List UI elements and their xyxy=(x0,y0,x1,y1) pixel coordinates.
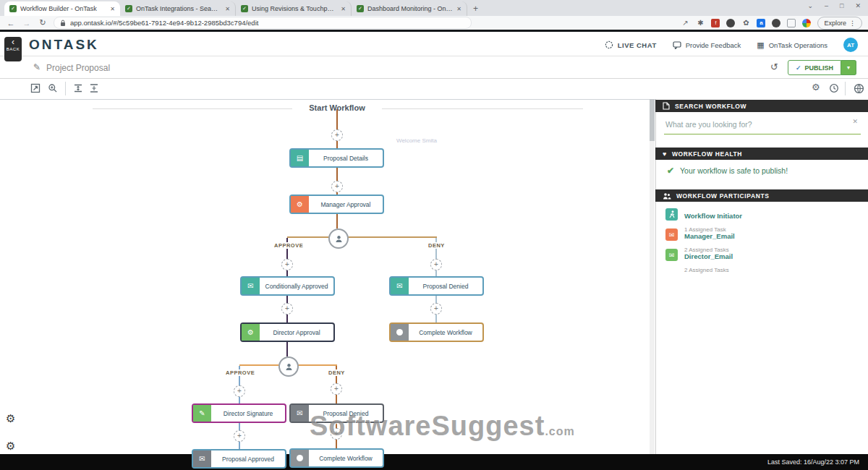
health-message: Your workflow is safe to publish! xyxy=(680,166,788,175)
extension-icon[interactable]: f xyxy=(711,19,720,27)
node-conditionally-approved[interactable]: ✉ Conditionally Approved xyxy=(240,276,335,296)
window-controls: ⌄ – □ ✕ xyxy=(807,2,861,9)
branch-label: APPROVE xyxy=(273,242,305,249)
toolbar-separator xyxy=(845,82,846,95)
gear-icon[interactable]: ⚙ xyxy=(6,440,15,453)
scrollbar-thumb[interactable] xyxy=(650,99,655,141)
browser-profile-button[interactable]: Explore ⋮ xyxy=(817,17,862,30)
toolbar-separator xyxy=(65,82,66,95)
gear-icon[interactable]: ⚙ xyxy=(6,412,15,425)
node-complete-workflow[interactable]: Complete Workflow xyxy=(389,322,484,342)
node-manager-approval[interactable]: ⚙ Manager Approval xyxy=(289,195,384,214)
tab-close-icon[interactable]: ✕ xyxy=(225,6,230,12)
back-icon[interactable]: ← xyxy=(6,19,16,27)
publish-dropdown-button[interactable]: ▾ xyxy=(841,60,856,75)
participant-row[interactable]: ✉ Director_Email 2 Assigned Tasks xyxy=(665,249,733,275)
canvas-toolbar: ⚙ xyxy=(0,79,868,100)
add-step-button[interactable]: + xyxy=(281,259,293,270)
add-step-button[interactable]: + xyxy=(430,259,442,270)
url-bar[interactable]: app.ontask.io/#/5c59be61-7912-4e94-9b12-… xyxy=(54,17,472,29)
extension-icon[interactable] xyxy=(802,19,811,27)
fit-to-screen-icon[interactable] xyxy=(30,83,41,93)
node-director-signature[interactable]: ✎ Director Signature xyxy=(192,403,286,423)
search-input[interactable] xyxy=(664,119,848,129)
connector-line xyxy=(336,140,338,148)
browser-tab[interactable]: ✓ OnTask Integrations - Seamless ✕ xyxy=(120,1,236,16)
add-step-button[interactable]: + xyxy=(430,303,442,315)
help-globe-icon[interactable] xyxy=(854,83,864,94)
live-chat-link[interactable]: LIVE CHAT xyxy=(605,40,657,49)
connector-line xyxy=(239,441,240,449)
add-step-button[interactable]: + xyxy=(331,383,342,395)
canvas-scrollbar[interactable] xyxy=(650,99,655,454)
window-close-icon[interactable]: ✕ xyxy=(855,2,861,9)
extension-icon[interactable]: ↗ xyxy=(681,19,689,27)
ontask-logo: ONTASK xyxy=(29,37,99,53)
forward-icon[interactable]: → xyxy=(22,19,32,27)
browser-tab-active[interactable]: ✓ Workflow Builder - OnTask ✕ xyxy=(4,1,120,16)
settings-gear-icon[interactable]: ⚙ xyxy=(812,82,820,93)
tab-close-icon[interactable]: ✕ xyxy=(110,6,115,12)
node-director-approval[interactable]: ⚙ Director Approval xyxy=(240,322,335,342)
node-proposal-details[interactable]: ▤ Proposal Details xyxy=(289,148,384,168)
ontask-favicon-icon: ✓ xyxy=(125,5,132,12)
extension-icon[interactable]: ✿ xyxy=(741,19,750,27)
search-workflow-header[interactable]: SEARCH WORKFLOW xyxy=(655,100,868,112)
extension-icon[interactable]: a xyxy=(757,19,765,27)
tab-title: Using Revisions & Touchpoints xyxy=(252,5,337,12)
extension-icon[interactable] xyxy=(787,19,796,27)
decision-node[interactable] xyxy=(328,228,349,249)
node-label: Conditionally Approved xyxy=(260,278,333,294)
ontask-operations-link[interactable]: ▦ OnTask Operations xyxy=(757,40,827,50)
email-icon: ✉ xyxy=(242,278,260,294)
add-step-button[interactable]: + xyxy=(331,181,343,192)
history-clock-icon[interactable] xyxy=(829,83,839,93)
person-icon xyxy=(285,363,293,371)
participant-tasks: 2 Assigned Tasks xyxy=(684,267,729,273)
branch-line xyxy=(287,236,437,238)
node-proposal-approved[interactable]: ✉ Proposal Approved xyxy=(192,449,286,469)
provide-feedback-link[interactable]: Provide Feedback xyxy=(673,41,741,49)
new-tab-button[interactable]: + xyxy=(473,4,478,16)
browser-tab[interactable]: ✓ Dashboard Monitoring - OnTask ✕ xyxy=(352,1,467,16)
zoom-icon[interactable] xyxy=(48,83,58,93)
browser-tab[interactable]: ✓ Using Revisions & Touchpoints ✕ xyxy=(236,1,352,16)
workflow-health-header[interactable]: ♥ WORKFLOW HEALTH xyxy=(655,148,868,160)
extension-icon[interactable] xyxy=(772,19,780,27)
tab-close-icon[interactable]: ✕ xyxy=(456,6,461,12)
workflow-participants-header[interactable]: WORKFLOW PARTICIPANTS xyxy=(655,189,868,202)
window-minimize-icon[interactable]: – xyxy=(825,2,828,9)
add-step-button[interactable]: + xyxy=(234,430,245,442)
reload-icon[interactable]: ↻ xyxy=(38,18,48,27)
clear-search-icon[interactable]: ✕ xyxy=(852,118,858,125)
tab-close-icon[interactable]: ✕ xyxy=(341,6,346,12)
version-history-icon[interactable]: ↺ xyxy=(770,61,778,72)
ontask-favicon-icon: ✓ xyxy=(241,5,248,12)
add-step-button[interactable]: + xyxy=(331,129,343,141)
search-doc-icon xyxy=(663,102,670,110)
node-complete-workflow[interactable]: Complete Workflow xyxy=(289,448,384,468)
email-icon: ✉ xyxy=(391,278,409,294)
tab-title: OnTask Integrations - Seamless xyxy=(136,5,221,12)
profile-label: Explore xyxy=(824,20,846,27)
user-avatar[interactable]: AT xyxy=(843,38,858,52)
node-label: Director Approval xyxy=(260,324,333,341)
back-to-workflows-button[interactable]: ‹ BACK xyxy=(4,37,22,61)
add-step-button[interactable]: + xyxy=(234,385,245,397)
distribute-vertical-icon[interactable] xyxy=(89,83,99,93)
decision-node[interactable] xyxy=(278,356,299,377)
window-menu-icon[interactable]: ⌄ xyxy=(807,2,813,9)
extension-icon[interactable]: ✱ xyxy=(696,19,705,27)
status-bar: Last Saved: 16/Aug/22 3:07 PM xyxy=(0,454,868,470)
extension-icon[interactable] xyxy=(726,19,735,27)
person-icon xyxy=(335,235,343,243)
edit-pencil-icon[interactable]: ✎ xyxy=(33,62,41,72)
publish-button[interactable]: ✓ PUBLISH xyxy=(788,60,841,75)
window-maximize-icon[interactable]: □ xyxy=(840,2,843,9)
app-header: ONTASK LIVE CHAT Provide Feedback ▦ OnTa… xyxy=(0,34,868,56)
connector-line xyxy=(239,396,240,403)
branch-label: DENY xyxy=(427,242,446,249)
add-step-button[interactable]: + xyxy=(281,303,293,315)
node-proposal-denied[interactable]: ✉ Proposal Denied xyxy=(389,276,484,296)
distribute-horizontal-icon[interactable] xyxy=(73,83,83,93)
